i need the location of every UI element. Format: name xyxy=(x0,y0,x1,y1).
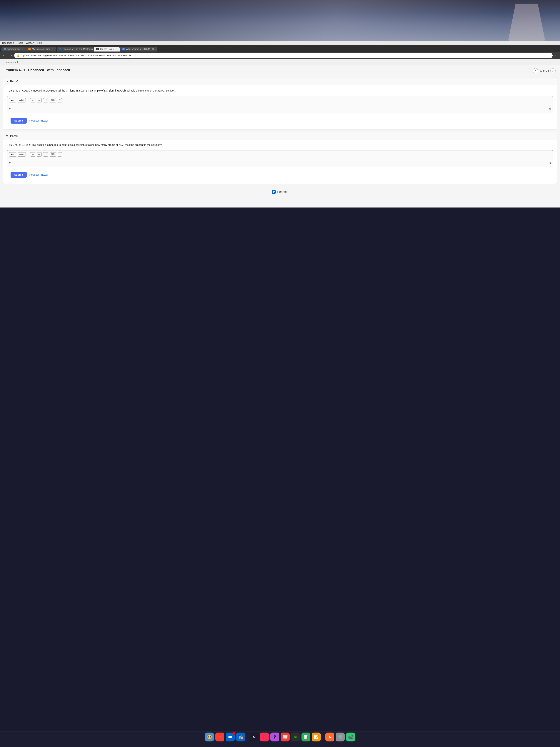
dock-calendar[interactable]: 📅 xyxy=(215,732,224,742)
part-c-action-row: Submit Request Answer xyxy=(7,116,553,127)
tab-label-pearson: Pearson MyLab and Mastering xyxy=(62,48,93,50)
part-d-request-answer-link[interactable]: Request Answer xyxy=(29,173,48,176)
part-d-input[interactable] xyxy=(16,160,548,165)
tab-google[interactable]: G What volume of 0.128 M HCl ... × xyxy=(120,47,157,52)
tab-close-coursehome[interactable]: × xyxy=(115,48,117,50)
collapse-arrow-c xyxy=(6,81,8,82)
dock-facetime[interactable]: 📹 xyxy=(346,732,355,742)
part-d-answer-box: ■√□ ΑΣΦ | ↩ ↪ ↺ ⌨ ? m = g xyxy=(7,150,553,167)
part-c-section: Part C If 25.2 mL of AgNO3 is needed to … xyxy=(3,77,557,130)
part-c-header[interactable]: Part C xyxy=(3,77,557,85)
menu-tools[interactable]: Tools xyxy=(17,42,23,44)
main-content: Homework 4 Problem 4.81 - Enhanced - wit… xyxy=(0,59,560,207)
pagination: < 23 of 23 > xyxy=(533,68,556,73)
tab-bar: H homework & × M My Courses Home × P Pea… xyxy=(0,45,560,52)
new-tab-btn[interactable]: + xyxy=(157,46,162,52)
dock-music[interactable]: 🎵 xyxy=(260,732,269,742)
help-btn-c[interactable]: ? xyxy=(58,98,62,102)
part-c-label: Part C xyxy=(10,80,18,83)
tab-label-homework: homework & xyxy=(7,48,20,50)
lock-icon: 🔒 xyxy=(17,54,20,57)
collapse-arrow-d xyxy=(6,135,8,137)
tab-label-google: What volume of 0.128 M HCl ... xyxy=(126,48,157,50)
address-bar[interactable]: 🔒 https://openvellum.ecollege.com/course… xyxy=(14,53,553,58)
refresh-btn-d[interactable]: ↺ xyxy=(43,152,48,157)
tab-homework[interactable]: H homework & × xyxy=(1,47,26,52)
dock-swift[interactable]: A xyxy=(325,732,334,742)
part-c-question: If 25.2 mL of AgNO3 is needed to precipi… xyxy=(7,88,553,93)
dock-settings[interactable]: ⚙️ xyxy=(336,732,345,742)
tab-favicon-pearson: P xyxy=(59,48,61,50)
symbol-btn-d[interactable]: ΑΣΦ xyxy=(18,152,26,157)
part-c-request-answer-link[interactable]: Request Answer xyxy=(29,119,48,122)
prev-page-btn[interactable]: < xyxy=(533,68,538,73)
nav-buttons: ‹ › ↺ xyxy=(2,54,13,57)
dock-iterm[interactable]: ⌨ xyxy=(291,732,300,742)
browser-chrome: H homework & × M My Courses Home × P Pea… xyxy=(0,45,560,59)
top-image xyxy=(0,0,560,41)
part-d-submit-btn[interactable]: Submit xyxy=(10,172,27,178)
help-btn-d[interactable]: ? xyxy=(58,152,62,157)
problem-header: Problem 4.81 - Enhanced - with Feedback … xyxy=(0,65,560,75)
dock-podcasts[interactable]: 🎙 xyxy=(270,732,279,742)
dock-notes[interactable]: 📝 xyxy=(312,732,321,742)
tab-favicon-coursehome: ■ xyxy=(96,48,99,50)
undo-btn-c[interactable]: ↩ xyxy=(30,98,35,102)
tab-close-mycourses[interactable]: × xyxy=(52,48,54,50)
part-c-var-label: M = xyxy=(9,107,14,110)
page-count: 23 of 23 xyxy=(539,69,549,72)
url-text: https://openvellum.ecollege.com/course.h… xyxy=(21,54,132,57)
redo-btn-d[interactable]: ↪ xyxy=(37,152,42,157)
undo-btn-d[interactable]: ↩ xyxy=(30,152,35,157)
toolbar-icons: ⬇ xyxy=(554,54,558,57)
dock-mail[interactable]: ✉️ 1 xyxy=(226,732,235,742)
tab-favicon-google: G xyxy=(122,48,125,50)
dock-tv[interactable]: tv xyxy=(250,732,259,742)
breadcrumb: Homework 4 xyxy=(4,61,18,63)
dock-appstore[interactable]: 🛍️ xyxy=(236,732,245,742)
sep1-c: | xyxy=(28,99,28,102)
keyboard-btn-c[interactable]: ⌨ xyxy=(50,98,56,102)
part-d-unit: g xyxy=(550,161,551,164)
tab-pearson[interactable]: P Pearson MyLab and Mastering × xyxy=(57,47,94,52)
part-c-submit-btn[interactable]: Submit xyxy=(10,118,27,124)
tab-close-homework[interactable]: × xyxy=(21,48,24,50)
menu-help[interactable]: Help xyxy=(37,42,43,44)
tab-mycourses[interactable]: M My Courses Home × xyxy=(26,47,56,52)
part-d-header[interactable]: Part D xyxy=(3,132,557,140)
bookmark-star[interactable]: ☆ xyxy=(135,54,137,57)
dock-news[interactable]: 📰 xyxy=(281,732,290,742)
part-d-var-label: m = xyxy=(9,161,14,164)
dock-charts[interactable]: 📊 xyxy=(301,732,310,742)
math-btn-c[interactable]: ■√□ xyxy=(9,98,16,102)
menu-window[interactable]: Window xyxy=(26,42,34,44)
symbol-btn-c[interactable]: ΑΣΦ xyxy=(18,98,26,102)
part-c-answer-row: M = M xyxy=(9,106,551,111)
part-d-question: If 46.0 mL of 0.114 M HCl solution is ne… xyxy=(7,143,553,147)
sep1-d: | xyxy=(28,153,28,156)
redo-btn-c[interactable]: ↪ xyxy=(37,98,42,102)
back-btn[interactable]: ‹ xyxy=(2,54,5,57)
pearson-brand: Pearson xyxy=(277,190,288,194)
part-d-toolbar: ■√□ ΑΣΦ | ↩ ↪ ↺ ⌨ ? xyxy=(9,152,551,158)
tab-label-coursehome: Course Home xyxy=(100,48,114,50)
tab-coursehome[interactable]: ■ Course Home × xyxy=(94,47,119,52)
dock-finder[interactable]: 😊 xyxy=(205,732,214,742)
math-btn-d[interactable]: ■√□ xyxy=(9,152,16,157)
next-page-btn[interactable]: > xyxy=(550,68,556,73)
tab-label-mycourses: My Courses Home xyxy=(32,48,50,50)
tab-favicon-mycourses: M xyxy=(28,48,31,50)
refresh-btn-c[interactable]: ↺ xyxy=(43,98,48,102)
keyboard-btn-d[interactable]: ⌨ xyxy=(50,152,56,157)
reload-btn[interactable]: ↺ xyxy=(9,54,13,57)
part-d-label: Part D xyxy=(10,134,18,137)
part-d-body: If 46.0 mL of 0.114 M HCl solution is ne… xyxy=(3,140,557,183)
forward-btn[interactable]: › xyxy=(6,54,8,57)
share-btn[interactable]: ⬇ xyxy=(554,54,558,57)
pearson-logo: P xyxy=(272,190,276,194)
part-d-action-row: Submit Request Answer xyxy=(7,170,553,181)
menu-bookmarks[interactable]: Bookmarks xyxy=(2,42,14,44)
part-c-input[interactable] xyxy=(16,106,547,111)
pearson-footer: P Pearson xyxy=(0,186,560,198)
problem-title: Problem 4.81 - Enhanced - with Feedback xyxy=(4,68,70,72)
